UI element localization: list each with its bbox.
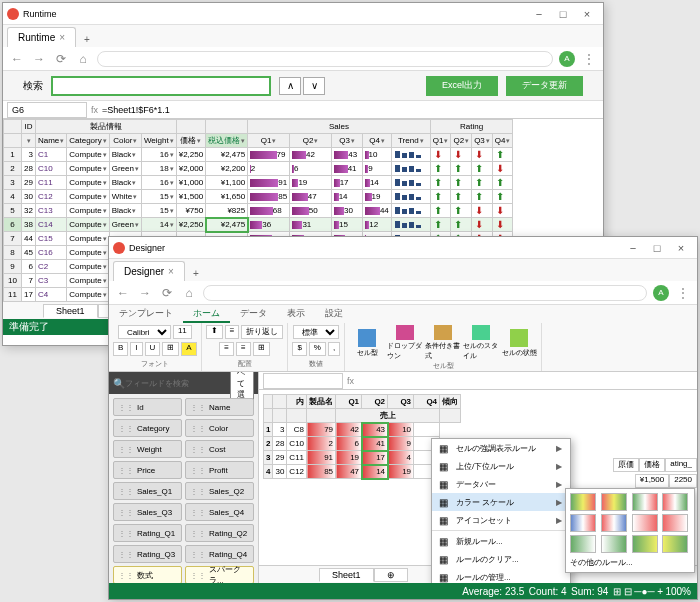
menu-item[interactable]: ▦アイコンセット▶ <box>432 511 570 529</box>
ribbon-tab[interactable]: テンプレート <box>109 305 183 323</box>
field-extra-button[interactable]: ⋮⋮スパークラ... <box>185 566 254 583</box>
menu-item[interactable]: ▦カラー スケール▶ <box>432 493 570 511</box>
back-button[interactable]: ← <box>9 51 25 67</box>
border-button[interactable]: ⊞ <box>162 342 179 356</box>
table-row[interactable]: 228C10ComputeGreen18¥2,000¥2,20026419⬆⬆⬆… <box>4 162 513 176</box>
ribbon-tab[interactable]: 設定 <box>315 305 353 323</box>
field-button[interactable]: ⋮⋮Weight <box>113 440 182 458</box>
home-button[interactable]: ⌂ <box>75 51 91 67</box>
prev-button[interactable]: ∧ <box>279 77 301 95</box>
column-header[interactable]: Q3 <box>472 134 493 148</box>
add-sheet-button[interactable]: ⊕ <box>374 568 408 582</box>
column-header[interactable]: 税込価格 <box>206 134 248 148</box>
field-extra-button[interactable]: ⋮⋮数式 <box>113 566 182 583</box>
align-center-button[interactable]: ≡ <box>236 342 251 356</box>
color-scale-swatch[interactable] <box>662 535 688 553</box>
user-avatar[interactable]: A <box>559 51 575 67</box>
column-header[interactable]: Weight <box>141 134 176 148</box>
update-data-button[interactable]: データ更新 <box>506 76 583 96</box>
ribbon-big-button[interactable]: セルのスタイル <box>463 325 499 361</box>
column-header[interactable]: Q2 <box>290 134 332 148</box>
cell-reference-input[interactable] <box>263 373 343 389</box>
comma-button[interactable]: , <box>328 342 340 356</box>
cell-reference-input[interactable] <box>7 102 87 118</box>
zoom-slider[interactable]: ⊞ ⊟ ─●─ + <box>613 586 663 597</box>
minimize-button[interactable]: − <box>527 4 551 24</box>
field-button[interactable]: ⋮⋮Rating_Q2 <box>185 524 254 542</box>
percent-button[interactable]: % <box>309 342 326 356</box>
table-row[interactable]: 532C13ComputeBlack15¥750¥82568503044⬆⬆⬇⬇ <box>4 204 513 218</box>
color-scale-swatch[interactable] <box>601 493 627 511</box>
search-input[interactable] <box>51 76 271 96</box>
merge-button[interactable]: ⊞ <box>253 342 270 356</box>
field-button[interactable]: ⋮⋮Rating_Q3 <box>113 545 182 563</box>
browser-tab[interactable]: Designer× <box>113 261 185 281</box>
wrap-button[interactable]: 折り返し <box>241 325 283 339</box>
field-button[interactable]: ⋮⋮Color <box>185 419 254 437</box>
forward-button[interactable]: → <box>137 285 153 301</box>
bold-button[interactable]: B <box>113 342 128 356</box>
menu-item[interactable]: ▦新規ルール... <box>432 532 570 550</box>
color-scale-swatch[interactable] <box>570 535 596 553</box>
column-header[interactable]: Q1 <box>248 134 290 148</box>
menu-button[interactable]: ⋮ <box>581 51 597 67</box>
sheet-tab[interactable]: Sheet1 <box>43 304 98 318</box>
ribbon-big-button[interactable]: 条件付き書式 <box>425 325 461 361</box>
table-row[interactable]: 13C1ComputeBlack16¥2,250¥2,47579424310⬇⬇… <box>4 148 513 162</box>
menu-item[interactable]: ▦セルの強調表示ルール▶ <box>432 439 570 457</box>
fill-button[interactable]: A <box>181 342 196 356</box>
field-button[interactable]: ⋮⋮Rating_Q1 <box>113 524 182 542</box>
color-scale-swatch[interactable] <box>632 493 658 511</box>
menu-button[interactable]: ⋮ <box>675 285 691 301</box>
color-scale-swatch[interactable] <box>662 514 688 532</box>
align-left-button[interactable]: ≡ <box>219 342 234 356</box>
column-header[interactable]: 価格 <box>176 134 205 148</box>
column-header[interactable]: Q1 <box>430 134 451 148</box>
minimize-button[interactable]: − <box>621 238 645 258</box>
field-button[interactable]: ⋮⋮Category <box>113 419 182 437</box>
formula-value[interactable]: =Sheet1!$F6*1.1 <box>102 105 170 115</box>
align-top-button[interactable]: ⬆ <box>206 325 223 339</box>
field-button[interactable]: ⋮⋮Rating_Q4 <box>185 545 254 563</box>
column-header[interactable]: Q3 <box>332 134 363 148</box>
new-tab-button[interactable]: + <box>185 266 207 281</box>
reload-button[interactable]: ⟳ <box>53 51 69 67</box>
ribbon-tab[interactable]: ホーム <box>183 305 230 323</box>
field-button[interactable]: ⋮⋮Sales_Q1 <box>113 482 182 500</box>
italic-button[interactable]: I <box>130 342 142 356</box>
ribbon-tab[interactable]: 表示 <box>277 305 315 323</box>
column-header[interactable]: Name <box>35 134 66 148</box>
font-select[interactable]: Calibri <box>118 325 171 339</box>
field-button[interactable]: ⋮⋮Sales_Q2 <box>185 482 254 500</box>
excel-export-button[interactable]: Excel出力 <box>426 76 498 96</box>
color-scale-swatch[interactable] <box>601 514 627 532</box>
ribbon-tab[interactable]: データ <box>230 305 277 323</box>
column-header[interactable]: Q2 <box>451 134 472 148</box>
browser-tab[interactable]: Runtime× <box>7 27 76 47</box>
close-button[interactable]: × <box>575 4 599 24</box>
ribbon-big-button[interactable]: ドロップダウン <box>387 325 423 361</box>
menu-item[interactable]: ▦データバー▶ <box>432 475 570 493</box>
field-button[interactable]: ⋮⋮Price <box>113 461 182 479</box>
url-input[interactable] <box>97 51 553 67</box>
back-button[interactable]: ← <box>115 285 131 301</box>
close-button[interactable]: × <box>669 238 693 258</box>
ribbon-big-button[interactable]: セルの状態 <box>501 325 537 361</box>
field-button[interactable]: ⋮⋮Sales_Q3 <box>113 503 182 521</box>
next-button[interactable]: ∨ <box>303 77 325 95</box>
maximize-button[interactable]: □ <box>551 4 575 24</box>
sheet-tab[interactable]: Sheet1 <box>319 568 374 582</box>
column-header[interactable]: Q4 <box>492 134 513 148</box>
menu-item[interactable]: ▦ルールのクリア... <box>432 550 570 568</box>
currency-button[interactable]: $ <box>292 342 306 356</box>
menu-item[interactable]: ▦上位/下位ルール▶ <box>432 457 570 475</box>
underline-button[interactable]: U <box>145 342 161 356</box>
field-search-input[interactable] <box>125 379 230 388</box>
forward-button[interactable]: → <box>31 51 47 67</box>
reload-button[interactable]: ⟳ <box>159 285 175 301</box>
color-scale-swatch[interactable] <box>632 514 658 532</box>
column-header[interactable]: Color <box>109 134 141 148</box>
user-avatar[interactable]: A <box>653 285 669 301</box>
color-scale-swatch[interactable] <box>570 493 596 511</box>
new-tab-button[interactable]: + <box>76 32 98 47</box>
